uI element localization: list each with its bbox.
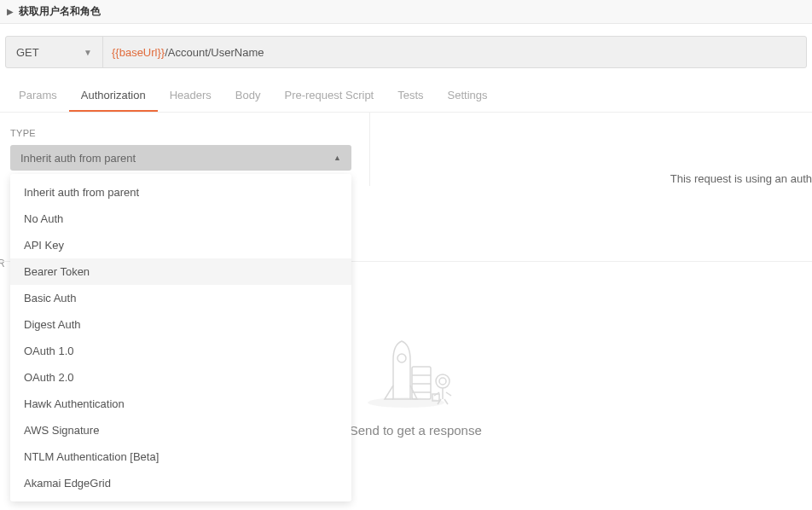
request-title: 获取用户名和角色 xyxy=(19,4,101,19)
auth-option-bearer[interactable]: Bearer Token xyxy=(10,258,351,285)
svg-point-5 xyxy=(397,354,406,362)
auth-option-ntlm[interactable]: NTLM Authentication [Beta] xyxy=(10,443,351,470)
auth-option-hawk[interactable]: Hawk Authentication xyxy=(10,391,351,417)
tab-authorization[interactable]: Authorization xyxy=(69,80,158,112)
auth-type-selected: Inherit auth from parent xyxy=(20,152,136,165)
title-bar: ▶ 获取用户名和角色 xyxy=(0,0,812,24)
tab-headers[interactable]: Headers xyxy=(158,80,223,112)
tab-settings[interactable]: Settings xyxy=(436,80,500,112)
auth-option-noauth[interactable]: No Auth xyxy=(10,206,351,232)
auth-left-panel: TYPE Inherit auth from parent ▲ Inherit … xyxy=(0,113,370,186)
rocket-illustration-icon xyxy=(351,334,461,411)
request-row: GET ▼ {{baseUrl}}/Account/UserName xyxy=(5,36,807,68)
auth-option-oauth1[interactable]: OAuth 1.0 xyxy=(10,338,351,364)
tab-prerequest[interactable]: Pre-request Script xyxy=(272,80,386,112)
auth-inherit-text: This request is using an auth xyxy=(670,172,812,185)
tab-body[interactable]: Body xyxy=(223,80,273,112)
svg-line-12 xyxy=(444,399,448,404)
request-tabs: Params Authorization Headers Body Pre-re… xyxy=(0,80,812,113)
tab-params[interactable]: Params xyxy=(7,80,69,112)
auth-type-label: TYPE xyxy=(10,128,359,138)
http-method-select[interactable]: GET ▼ xyxy=(6,37,103,67)
triangle-up-icon: ▲ xyxy=(334,154,341,162)
svg-line-10 xyxy=(446,392,451,396)
content-area: TYPE Inherit auth from parent ▲ Inherit … xyxy=(0,113,812,186)
auth-type-dropdown-list: Inherit auth from parent No Auth API Key… xyxy=(10,174,351,501)
auth-option-aws[interactable]: AWS Signature xyxy=(10,417,351,443)
http-method-value: GET xyxy=(16,46,39,59)
url-path: /Account/UserName xyxy=(165,46,264,59)
collapse-triangle-icon[interactable]: ▶ xyxy=(7,7,14,16)
svg-point-6 xyxy=(436,374,450,388)
response-empty-text: Hit Send to get a response xyxy=(330,423,482,438)
auth-right-panel: This request is using an auth xyxy=(370,113,812,186)
tab-tests[interactable]: Tests xyxy=(386,80,435,112)
chevron-down-icon: ▼ xyxy=(84,48,92,57)
url-input[interactable]: {{baseUrl}}/Account/UserName xyxy=(103,37,806,67)
svg-point-7 xyxy=(439,378,446,385)
auth-option-inherit[interactable]: Inherit auth from parent xyxy=(10,179,351,206)
auth-option-digest[interactable]: Digest Auth xyxy=(10,311,351,338)
auth-option-akamai[interactable]: Akamai EdgeGrid xyxy=(10,470,351,496)
auth-option-basic[interactable]: Basic Auth xyxy=(10,285,351,311)
auth-option-apikey[interactable]: API Key xyxy=(10,232,351,258)
url-variable: {{baseUrl}} xyxy=(112,46,165,59)
auth-option-oauth2[interactable]: OAuth 2.0 xyxy=(10,364,351,391)
auth-type-dropdown[interactable]: Inherit auth from parent ▲ xyxy=(10,145,351,171)
